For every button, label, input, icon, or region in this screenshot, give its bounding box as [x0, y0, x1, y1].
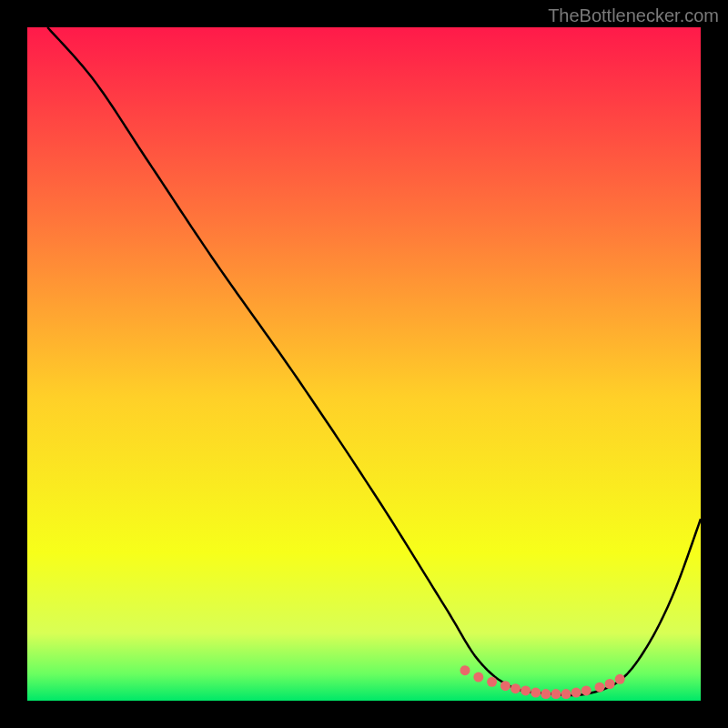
chart-plot-area [27, 27, 701, 701]
optimal-marker [473, 672, 483, 682]
optimal-marker [561, 689, 571, 699]
optimal-marker [500, 681, 511, 691]
optimal-marker [581, 685, 592, 695]
optimal-marker [571, 688, 581, 698]
optimal-marker [511, 683, 521, 693]
optimal-marker [615, 674, 625, 684]
optimal-range-markers [460, 665, 625, 699]
optimal-marker [551, 689, 561, 699]
curve-overlay [27, 27, 701, 701]
optimal-marker [521, 685, 531, 695]
watermark-text: TheBottlenecker.com [548, 5, 719, 26]
optimal-marker [595, 682, 605, 693]
optimal-marker [531, 688, 541, 698]
optimal-marker [605, 679, 615, 689]
optimal-marker [460, 665, 470, 675]
optimal-marker [487, 677, 497, 687]
optimal-marker [541, 689, 551, 699]
bottleneck-curve-line [47, 27, 701, 695]
